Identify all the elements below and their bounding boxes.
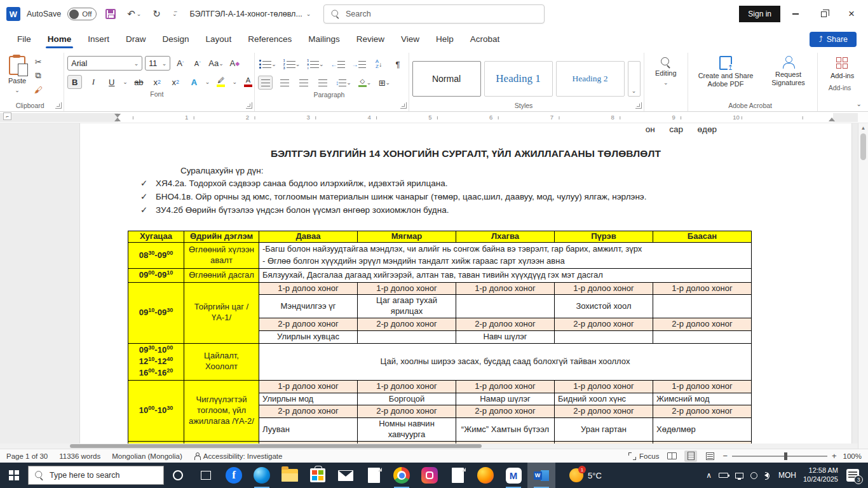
ruler[interactable]: 12345678910 ⌐	[0, 112, 868, 123]
format-painter-button[interactable]: 🖌	[31, 84, 45, 95]
keyboard-language[interactable]: МОН	[778, 471, 796, 480]
taskbar-mail[interactable]	[332, 463, 360, 488]
vertical-scrollbar-thumb[interactable]	[860, 133, 866, 160]
zoom-slider-thumb[interactable]	[784, 452, 787, 460]
meet-now-icon[interactable]	[750, 472, 757, 479]
redo-button[interactable]: ↻	[150, 7, 163, 21]
document-page[interactable]: он сар өдөр БЭЛТГЭЛ БҮЛГИЙН 14 ХОНОГИЙН …	[79, 123, 852, 449]
taskbar-notepad[interactable]	[360, 463, 388, 488]
collapse-ribbon-button[interactable]: ⌄	[857, 100, 862, 107]
increase-indent-button[interactable]: →	[351, 57, 367, 71]
style-normal[interactable]: Normal	[412, 61, 481, 97]
zoom-slider[interactable]: − +	[722, 451, 836, 461]
strikethrough-button[interactable]: ab	[132, 75, 146, 89]
taskbar-word[interactable]: W	[527, 463, 555, 488]
font-size-select[interactable]: 11⌄	[145, 56, 170, 71]
taskbar-edge[interactable]	[248, 463, 276, 488]
weather-widget[interactable]: 1 5°C	[564, 468, 607, 482]
cortana-button[interactable]	[164, 463, 192, 488]
document-title[interactable]: БЭЛТГЭЛ-А-14-хоног-төлөвл... ⌄	[189, 10, 311, 18]
paragraph-dialog-launcher[interactable]	[400, 102, 407, 109]
task-view-button[interactable]	[192, 463, 220, 488]
save-button[interactable]	[103, 8, 118, 20]
align-center-button[interactable]	[277, 76, 292, 90]
zoom-in-button[interactable]: +	[832, 451, 837, 461]
ribbon-tab-view[interactable]: View	[393, 29, 428, 50]
styles-dialog-launcher[interactable]	[635, 102, 642, 109]
align-left-button[interactable]	[258, 76, 273, 90]
underline-button[interactable]: U	[104, 75, 119, 89]
taskbar-mail-m[interactable]: M	[499, 463, 527, 488]
paste-button[interactable]: Paste ⌄	[4, 53, 30, 97]
ribbon-tab-layout[interactable]: Layout	[198, 29, 240, 50]
taskbar-facebook[interactable]: f	[220, 463, 248, 488]
italic-button[interactable]: I	[86, 75, 100, 89]
style-heading-1[interactable]: Heading 1	[484, 61, 553, 97]
grow-font-button[interactable]: Aˆ	[173, 57, 187, 71]
line-spacing-button[interactable]: ↕⌄	[334, 76, 353, 90]
taskbar-chrome[interactable]	[388, 463, 416, 488]
shading-button[interactable]: ◇⌄	[357, 76, 373, 90]
tab-stop-selector[interactable]: ⌐	[3, 112, 11, 120]
print-layout-button[interactable]	[684, 451, 697, 462]
start-button[interactable]	[0, 463, 28, 488]
network-icon[interactable]	[735, 473, 743, 478]
multilevel-list-button[interactable]: 1ai⌄	[306, 57, 325, 71]
decrease-indent-button[interactable]: ←	[330, 57, 346, 71]
taskbar-document-2[interactable]	[444, 463, 471, 488]
language-indicator[interactable]: Mongolian (Mongolia)	[112, 452, 182, 460]
word-count[interactable]: 11336 words	[59, 452, 100, 460]
addins-button[interactable]: Add-ins	[827, 55, 858, 83]
ribbon-tab-file[interactable]: File	[9, 29, 39, 50]
restore-button[interactable]	[811, 4, 836, 24]
justify-button[interactable]	[315, 76, 330, 90]
superscript-button[interactable]: x2	[168, 75, 183, 89]
focus-mode-button[interactable]: Focus	[628, 452, 659, 460]
style-heading-2[interactable]: Heading 2	[556, 61, 625, 97]
font-family-select[interactable]: Arial⌄	[67, 56, 142, 71]
left-indent-marker[interactable]	[114, 118, 121, 121]
undo-button[interactable]: ↶ ⌄	[125, 7, 144, 21]
ribbon-tab-design[interactable]: Design	[154, 29, 198, 50]
taskbar-file-explorer[interactable]	[276, 463, 304, 488]
search-box[interactable]: Search	[323, 4, 545, 24]
horizontal-scrollbar[interactable]	[0, 444, 858, 449]
battery-icon[interactable]	[719, 473, 728, 478]
speaker-icon[interactable]	[764, 473, 768, 478]
ribbon-tab-draw[interactable]: Draw	[118, 29, 154, 50]
subscript-button[interactable]: x2	[150, 75, 165, 89]
taskbar-microsoft-store[interactable]	[304, 463, 332, 488]
share-button[interactable]: ⤴ Share	[810, 32, 857, 47]
page-indicator[interactable]: Page 1 of 30	[6, 452, 48, 460]
ribbon-tab-acrobat[interactable]: Acrobat	[462, 29, 508, 50]
styles-gallery-more-button[interactable]: ⌄	[628, 61, 641, 97]
align-right-button[interactable]	[296, 76, 311, 90]
vertical-scrollbar[interactable]: ▲	[858, 123, 868, 449]
clear-formatting-button[interactable]: A◆	[227, 57, 242, 71]
highlight-button[interactable]: 🖉	[214, 75, 228, 89]
editing-button[interactable]: Editing ⌄	[651, 55, 681, 89]
cut-button[interactable]: ✂	[31, 56, 45, 67]
taskbar-instagram[interactable]	[416, 463, 444, 488]
notification-center-button[interactable]: 3	[846, 469, 859, 482]
close-button[interactable]: ×	[839, 4, 864, 24]
right-indent-marker[interactable]	[829, 118, 835, 121]
ribbon-tab-home[interactable]: Home	[39, 29, 80, 50]
autosave-toggle[interactable]: Off	[67, 8, 97, 20]
text-effects-button[interactable]: A	[187, 75, 201, 89]
change-case-button[interactable]: Aa⌄	[207, 57, 224, 71]
read-mode-button[interactable]	[665, 451, 678, 462]
bold-button[interactable]: B	[67, 75, 82, 89]
scroll-up-icon[interactable]: ▲	[858, 123, 868, 131]
borders-button[interactable]: ⊞⌄	[377, 76, 391, 90]
clipboard-dialog-launcher[interactable]	[55, 102, 62, 109]
show-hidden-icons-chevron[interactable]: ∧	[706, 471, 712, 480]
ribbon-tab-references[interactable]: References	[240, 29, 300, 50]
accessibility-status[interactable]: Accessibility: Investigate	[194, 452, 283, 460]
ribbon-tab-insert[interactable]: Insert	[79, 29, 118, 50]
sort-button[interactable]: AZ↓	[372, 57, 386, 71]
copy-button[interactable]: ⧉	[31, 70, 45, 81]
show-hide-marks-button[interactable]: ¶	[391, 57, 405, 71]
font-dialog-launcher[interactable]	[246, 102, 252, 109]
customize-quick-access-button[interactable]: ⌄̅	[170, 10, 180, 18]
